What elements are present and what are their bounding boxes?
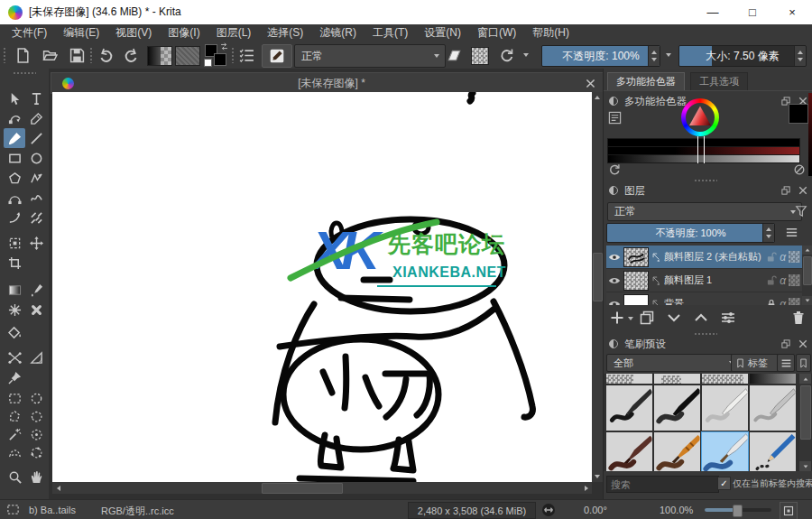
tool-calligraphy[interactable]	[25, 108, 47, 128]
tool-bezier-curve[interactable]	[4, 188, 25, 208]
menu-file[interactable]: 文件(F)	[4, 23, 55, 42]
reload-preset-button[interactable]	[494, 44, 518, 66]
minimize-button[interactable]: —	[693, 1, 733, 24]
menu-image[interactable]: 图像(I)	[160, 23, 208, 42]
tool-rectangular-selection[interactable]	[4, 388, 25, 408]
tool-transform[interactable]	[4, 233, 25, 253]
layer-lock-icon[interactable]	[766, 299, 777, 306]
opacity-dropdown-arrow[interactable]	[666, 53, 671, 57]
reset-colors-icon[interactable]	[204, 59, 212, 67]
brush-size-slider[interactable]: 大小: 7.50 像素	[678, 45, 807, 67]
panel-handle[interactable]	[694, 179, 717, 182]
menu-settings[interactable]: 设置(N)	[416, 23, 469, 42]
menu-window[interactable]: 窗口(W)	[469, 23, 524, 42]
tool-gradient[interactable]	[4, 280, 25, 300]
layer-thumbnail[interactable]	[623, 294, 649, 306]
tool-crop[interactable]	[4, 253, 25, 273]
zoom-slider-handle[interactable]	[733, 505, 743, 517]
preset-display-icon[interactable]	[796, 354, 811, 372]
layer-row[interactable]: 颜料图层 1 α	[606, 269, 802, 292]
brush-preset-thumbnail[interactable]	[750, 432, 796, 471]
background-color-swatch[interactable]	[214, 53, 226, 66]
selection-mode-icon[interactable]	[6, 503, 20, 516]
tool-text[interactable]	[25, 88, 47, 108]
close-panel-icon[interactable]	[797, 338, 809, 350]
tool-elliptical-selection[interactable]	[25, 388, 47, 408]
brush-preset-thumbnail[interactable]	[702, 385, 748, 431]
refresh-colors-icon[interactable]	[608, 163, 621, 176]
memory-usage-icon[interactable]	[541, 503, 556, 517]
duplicate-layer-button[interactable]	[640, 310, 654, 325]
layer-filter-icon[interactable]	[793, 202, 809, 219]
blending-mode-dropdown[interactable]: 正常	[294, 44, 446, 68]
menu-filter[interactable]: 滤镜(R)	[311, 23, 364, 42]
opacity-slider[interactable]: 不透明度: 100%	[541, 45, 660, 67]
pattern-chooser[interactable]	[175, 46, 200, 66]
canvas-titlebar[interactable]: [未保存图像] *	[51, 72, 604, 94]
tool-select-shapes[interactable]	[4, 88, 25, 108]
toolbar-handle[interactable]	[3, 47, 6, 63]
tool-fill[interactable]	[4, 322, 25, 342]
tool-color-sampler[interactable]	[25, 280, 47, 300]
scroll-up-icon[interactable]	[802, 246, 812, 255]
menu-help[interactable]: 帮助(H)	[524, 23, 577, 42]
float-panel-icon[interactable]	[780, 184, 792, 197]
no-color-icon[interactable]	[793, 163, 806, 176]
save-button[interactable]	[65, 44, 88, 66]
brush-preset-thumbnail[interactable]	[750, 374, 796, 384]
menu-view[interactable]: 视图(V)	[107, 23, 160, 42]
scope-checkbox[interactable]: ✓	[717, 477, 731, 490]
tool-edit-shapes[interactable]	[4, 108, 25, 128]
menu-layer[interactable]: 图层(L)	[208, 23, 260, 42]
layer-name[interactable]: 颜料图层 2 (来自粘贴)	[664, 250, 763, 264]
hscroll-thumb[interactable]	[262, 483, 343, 494]
reload-dropdown-arrow[interactable]	[523, 53, 529, 57]
tool-multibrush[interactable]	[25, 208, 47, 227]
layer-thumbnail[interactable]	[623, 247, 649, 267]
undo-button[interactable]	[94, 44, 117, 66]
brush-preset-thumbnail[interactable]	[750, 385, 796, 431]
layer-visibility-icon[interactable]	[608, 298, 621, 306]
scroll-down-icon[interactable]	[799, 461, 811, 471]
tool-reference-images[interactable]	[4, 367, 25, 387]
tool-pan[interactable]	[25, 467, 47, 487]
close-panel-icon[interactable]	[797, 184, 809, 197]
tool-rectangle[interactable]	[4, 148, 25, 168]
toolbox-handle[interactable]	[13, 71, 36, 75]
preset-menu-icon[interactable]	[777, 354, 795, 372]
layer-list-scrollbar[interactable]	[802, 246, 812, 305]
brush-preset-thumbnail[interactable]	[606, 374, 652, 384]
tool-measure[interactable]	[25, 348, 47, 367]
scroll-down-icon[interactable]	[592, 471, 603, 482]
preset-search-input[interactable]	[606, 476, 719, 493]
tool-move[interactable]	[25, 233, 47, 253]
preset-scroll-thumb[interactable]	[800, 385, 811, 440]
tool-polygonal-selection[interactable]	[4, 406, 25, 426]
choose-brush-preset-button[interactable]	[235, 44, 258, 66]
layer-thumbnail[interactable]	[623, 271, 649, 291]
redo-button[interactable]	[119, 44, 143, 66]
brush-preset-thumbnail-selected[interactable]	[702, 432, 748, 471]
add-layer-dropdown-arrow[interactable]	[628, 317, 633, 320]
layer-name[interactable]: 背景	[664, 297, 763, 305]
tool-pattern-edit[interactable]	[4, 300, 25, 320]
layer-inherit-alpha-icon[interactable]	[789, 298, 800, 305]
tool-freehand-path[interactable]	[25, 188, 47, 208]
tool-magnetic-selection[interactable]	[25, 442, 47, 462]
tool-dynamic-brush[interactable]	[4, 208, 25, 227]
tool-similar-color-selection[interactable]	[25, 424, 47, 444]
tool-contiguous-selection[interactable]	[4, 424, 25, 444]
layer-opacity-slider[interactable]: 不透明度: 100%	[606, 223, 775, 243]
tool-assistants[interactable]	[4, 348, 25, 367]
tool-polyline[interactable]	[25, 168, 47, 188]
scroll-up-icon[interactable]	[799, 374, 811, 384]
maximize-button[interactable]: □	[733, 1, 772, 24]
close-button[interactable]: ×	[772, 1, 812, 24]
preset-grid-scrollbar[interactable]	[799, 374, 811, 471]
add-layer-button[interactable]	[610, 310, 624, 325]
layer-visibility-icon[interactable]	[608, 274, 621, 287]
brush-preset-thumbnail[interactable]	[702, 374, 748, 384]
zoom-slider[interactable]	[705, 508, 771, 512]
panel-handle[interactable]	[694, 332, 717, 336]
float-panel-icon[interactable]	[780, 338, 792, 350]
